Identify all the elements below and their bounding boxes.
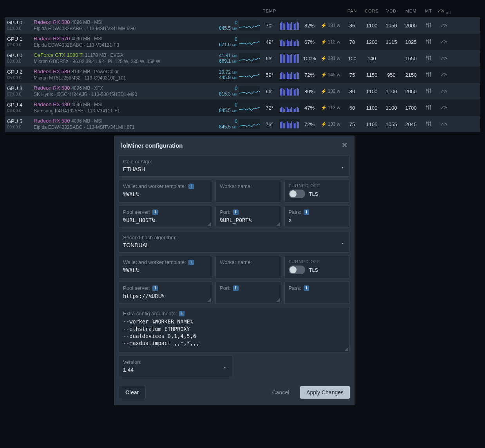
bolt-icon: ⚡ [321,105,327,110]
info-icon[interactable]: i [188,260,194,265]
coin-algo-label: Coin or Algo: [123,159,346,164]
gpu-core: 1105 [362,121,382,127]
gpu-load: 67% [300,39,319,45]
gpu-id: GPU 003:00.0 [7,52,34,64]
gpu-vdd: 1100 [382,89,401,94]
load-barchart [279,70,300,80]
gpu-power: ⚡113 w [319,105,342,110]
extra-args-input[interactable]: Extra config arguments:i --worker %WORKE… [119,307,350,352]
overclock-button[interactable] [436,104,452,112]
load-barchart [279,86,300,96]
tls2-toggle[interactable] [289,266,305,274]
second-algo-select[interactable]: Second hash algorithm: TONDUAL ⌄ [119,231,350,253]
gpu-row[interactable]: GPU 001:00.0Radeon RX 580 4096 MB · MSIE… [5,17,480,34]
gpu-name: Radeon RX 580 4096 MB · XFXSK Hynix H5GC… [34,85,202,98]
coin-algo-select[interactable]: Coin or Algo: ETHASH ⌄ [119,155,350,177]
svg-line-42 [444,107,446,109]
gpu-hashrate: 29.72MH445.9MH [202,69,239,81]
info-icon[interactable]: i [152,285,158,291]
gpu-id: GPU 307:00.0 [7,85,34,97]
pool-server-input[interactable]: Pool server:i %URL_HOST% [119,206,212,228]
gpu-hashrate: 0671.0MH [202,36,239,48]
version-select[interactable]: Version: 1.44 ⌄ [119,356,232,377]
info-icon[interactable]: i [233,285,239,291]
svg-point-16 [426,56,427,58]
resize-handle[interactable] [276,298,280,302]
cancel-button[interactable]: Cancel [266,386,295,399]
gpu-core: 140 [362,56,382,61]
modal-close-button[interactable]: ✕ [342,141,347,150]
tune-button[interactable] [421,22,436,30]
gpu-name: GeForce GTX 1080 Ti 11178 MB · EVGAMicro… [34,52,202,65]
modal-header: lolMiner configuration ✕ [114,135,355,155]
info-icon[interactable]: i [304,285,309,291]
coin-algo-value: ETHASH [123,166,346,172]
worker2-name-input[interactable]: Worker name: [215,256,281,278]
overclock-button[interactable] [436,71,452,79]
temp-sparkline [239,70,260,80]
svg-line-0 [441,10,443,12]
wallet-template-value: %WAL% [123,191,208,198]
clear-button[interactable]: Clear [119,386,146,399]
load-barchart [279,119,300,129]
tune-button[interactable] [421,87,436,96]
gpu-power: ⚡132 w [319,89,342,94]
tune-button[interactable] [421,104,436,112]
load-barchart [279,103,300,113]
header-temp: TEMP [260,9,279,13]
resize-handle[interactable] [207,298,211,302]
svg-point-23 [426,73,427,74]
overclock-button[interactable] [436,54,452,63]
wallet-template-input[interactable]: Wallet and worker template:i %WAL% [119,180,212,202]
gpu-row[interactable]: GPU 205:00.0Radeon RX 580 8192 MB · Powe… [5,67,480,83]
overclock-button[interactable] [436,87,452,96]
info-icon[interactable]: i [304,210,309,215]
wallet2-template-input[interactable]: Wallet and worker template:i %WAL% [119,256,212,278]
port2-input[interactable]: Port:i [215,282,281,304]
info-icon[interactable]: i [188,184,194,189]
gpu-temp: 59° [260,72,279,78]
gpu-temp: 73° [260,121,279,127]
bolt-icon: ⚡ [321,56,327,61]
gpu-name: Radeon RX 580 4096 MB · MSIElpida EDW403… [34,19,202,32]
gpu-id: GPU 001:00.0 [7,20,34,31]
gpu-row[interactable]: GPU 408:00.0Radeon RX 480 4096 MB · MSIS… [5,99,480,116]
gpu-fan: 50 [342,105,362,111]
gpu-row[interactable]: GPU 003:00.0GeForce GTX 1080 Ti 11178 MB… [5,50,480,67]
tune-button[interactable] [421,38,436,46]
tune-button[interactable] [421,120,436,128]
resize-handle[interactable] [276,222,280,226]
gpu-vdd: 1055 [382,121,401,127]
gpu-row[interactable]: GPU 509:00.0Radeon RX 580 4096 MB · MSIE… [5,116,480,132]
gpu-row[interactable]: GPU 102:00.0Radeon RX 570 4096 MB · MSIE… [5,34,480,50]
apply-button[interactable]: Apply Changes [300,386,350,399]
overclock-button[interactable] [436,22,452,30]
pass-input[interactable]: Pass:i x [284,206,350,228]
tune-button[interactable] [421,54,436,63]
bolt-icon: ⚡ [321,89,327,94]
version-value: 1.44 [123,367,228,373]
tls-toggle[interactable] [289,190,305,198]
gpu-temp: 72° [260,105,279,111]
tune-button[interactable] [421,71,436,79]
pass2-input[interactable]: Pass:i [284,282,350,304]
pool2-server-input[interactable]: Pool server:i https://%URL% [119,282,212,304]
overclock-button[interactable] [436,38,452,46]
port-value: %URL_PORT% [220,217,277,224]
temp-sparkline [239,119,260,129]
gpu-load: 72% [300,121,319,127]
gpu-vdd: 950 [382,72,401,78]
svg-line-35 [444,90,446,92]
port-input[interactable]: Port:i %URL_PORT% [215,206,281,228]
gpu-fan: 75 [342,121,362,127]
info-icon[interactable]: i [179,311,185,316]
overclock-button[interactable] [436,120,452,128]
info-icon[interactable]: i [233,210,239,215]
worker-name-input[interactable]: Worker name: [215,180,281,202]
resize-handle[interactable] [344,347,348,351]
info-icon[interactable]: i [152,210,158,215]
resize-handle[interactable] [207,222,211,226]
gpu-name: Radeon RX 580 4096 MB · MSIElpida EDW403… [34,118,202,130]
gpu-row[interactable]: GPU 307:00.0Radeon RX 580 4096 MB · XFXS… [5,83,480,99]
header-all[interactable]: all [436,7,452,15]
